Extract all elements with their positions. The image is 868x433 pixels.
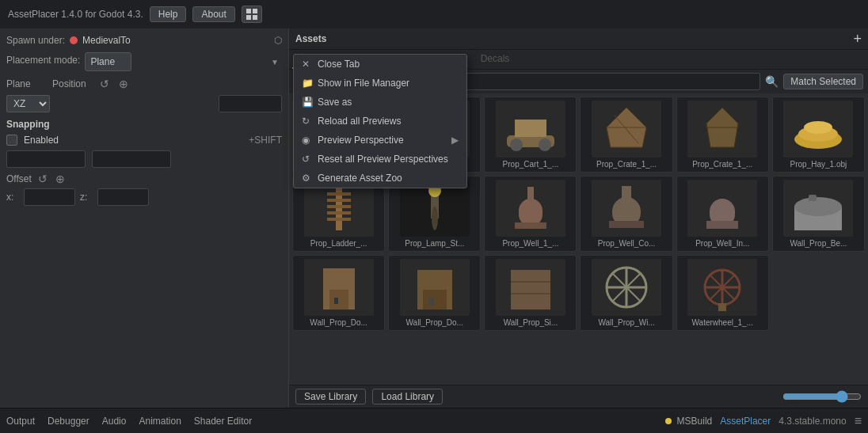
asset-label: Prop_Cart_1_... bbox=[488, 160, 573, 169]
asset-label: Wall_Prop_Si... bbox=[488, 318, 573, 327]
snapping-checkbox[interactable] bbox=[6, 135, 17, 146]
select-arrow-icon: ▼ bbox=[271, 58, 279, 66]
left-panel: Spawn under: MedievalTo ⬡ Placement mode… bbox=[0, 28, 289, 408]
svg-rect-32 bbox=[515, 222, 546, 229]
hamburger-icon[interactable]: ≡ bbox=[855, 414, 862, 428]
svg-rect-2 bbox=[246, 15, 251, 20]
msbuild-label[interactable]: MSBuild bbox=[677, 416, 713, 427]
z-coord-input[interactable]: 0 bbox=[97, 188, 149, 206]
layout-icon[interactable] bbox=[242, 6, 262, 23]
match-selected-button[interactable]: Match Selected bbox=[783, 74, 863, 89]
bottom-shader-editor[interactable]: Shader Editor bbox=[194, 416, 252, 427]
placement-select-wrapper: Plane ▼ bbox=[85, 52, 282, 71]
snap-value-2[interactable]: 0.1 bbox=[92, 150, 171, 168]
position-add-icon[interactable]: ⊕ bbox=[117, 78, 130, 90]
asset-thumbnail bbox=[400, 259, 470, 316]
asset-label: Prop_Crate_1_... bbox=[680, 160, 765, 169]
list-item[interactable]: Prop_Hay_1.obj bbox=[772, 97, 865, 173]
svg-point-30 bbox=[432, 207, 438, 230]
list-item[interactable]: Prop_Well_Co... bbox=[580, 176, 672, 252]
list-item[interactable]: Prop_Well_1_... bbox=[484, 176, 577, 252]
axis-select[interactable]: XZ bbox=[6, 95, 50, 112]
svg-rect-31 bbox=[519, 199, 542, 226]
bottom-debugger[interactable]: Debugger bbox=[48, 416, 89, 427]
offset-reset-icon[interactable]: ↺ bbox=[36, 173, 49, 185]
tab-decals: Decals bbox=[471, 50, 520, 69]
svg-point-21 bbox=[804, 121, 832, 134]
menu-item-show-file-manager[interactable]: 📁 Show in File Manager bbox=[294, 74, 466, 93]
menu-item-reset-perspectives[interactable]: ↺ Reset all Preview Perspectives bbox=[294, 150, 466, 169]
axis-value-input[interactable]: 0 bbox=[219, 95, 282, 112]
svg-rect-23 bbox=[327, 192, 351, 196]
svg-rect-25 bbox=[327, 205, 351, 208]
spawn-label: Spawn under: bbox=[6, 35, 65, 46]
snap-value-1[interactable]: 1 bbox=[6, 150, 86, 168]
spawn-select-icon[interactable]: ⬡ bbox=[274, 35, 282, 46]
bottom-audio[interactable]: Audio bbox=[102, 416, 127, 427]
bottom-output[interactable]: Output bbox=[6, 416, 35, 427]
list-item[interactable]: Waterwheel_1_... bbox=[676, 255, 769, 331]
menu-item-close-tab[interactable]: ✕ Close Tab bbox=[294, 55, 466, 74]
list-item[interactable]: Prop_Well_In... bbox=[676, 176, 769, 252]
about-button[interactable]: About bbox=[192, 6, 234, 22]
search-icon[interactable]: 🔍 bbox=[765, 75, 779, 88]
asset-label: Prop_Well_1_... bbox=[488, 239, 573, 248]
list-item[interactable]: Wall_Prop_Be... bbox=[772, 176, 865, 252]
list-item[interactable]: Wall_Prop_Do... bbox=[292, 255, 385, 331]
asset-label: Prop_Crate_1_... bbox=[584, 160, 668, 169]
list-item[interactable]: Wall_Prop_Si... bbox=[484, 255, 577, 331]
menu-item-generate-zoo[interactable]: ⚙ Generate Asset Zoo bbox=[294, 169, 466, 188]
snapping-title: Snapping bbox=[6, 119, 50, 130]
version-label: 4.3.stable.mono bbox=[779, 416, 846, 427]
position-label: Position bbox=[52, 78, 92, 89]
close-tab-icon: ✕ bbox=[302, 59, 313, 70]
bottom-animation[interactable]: Animation bbox=[139, 416, 181, 427]
list-item[interactable]: Prop_Cart_1_... bbox=[484, 97, 577, 173]
spawn-value: MedievalTo bbox=[82, 35, 131, 46]
help-button[interactable]: Help bbox=[150, 6, 187, 22]
list-item[interactable]: Prop_Crate_1_... bbox=[580, 97, 672, 173]
gear-icon: ⚙ bbox=[302, 173, 313, 184]
load-library-button[interactable]: Load Library bbox=[372, 389, 443, 405]
msbuild-dot bbox=[665, 418, 672, 424]
position-reset-icon[interactable]: ↺ bbox=[98, 78, 111, 90]
list-item[interactable]: Wall_Prop_Wi... bbox=[580, 255, 672, 331]
menu-item-label: Preview Perspective bbox=[318, 135, 404, 146]
save-icon: 💾 bbox=[302, 97, 313, 108]
assetplacer-label[interactable]: AssetPlacer bbox=[720, 416, 771, 427]
menu-item-preview-perspective[interactable]: ◉ Preview Perspective ▶ bbox=[294, 131, 466, 150]
asset-thumbnail bbox=[496, 259, 565, 316]
save-library-button[interactable]: Save Library bbox=[295, 389, 366, 405]
menu-item-save-as[interactable]: 💾 Save as bbox=[294, 93, 466, 112]
list-item[interactable]: Prop_Crate_1_... bbox=[676, 97, 769, 173]
asset-thumbnail bbox=[592, 259, 661, 316]
menu-item-label: Save as bbox=[318, 97, 352, 108]
asset-thumbnail bbox=[496, 180, 565, 237]
x-coord-input[interactable]: 0 bbox=[24, 188, 75, 206]
svg-rect-3 bbox=[253, 15, 257, 20]
app-title: AssetPlacer 1.4.0 for Godot 4.3. bbox=[8, 9, 143, 20]
svg-rect-35 bbox=[609, 221, 644, 228]
asset-label: Prop_Hay_1.obj bbox=[776, 160, 861, 169]
zoom-slider[interactable] bbox=[782, 390, 862, 403]
assets-title: Assets bbox=[295, 33, 326, 44]
bottom-bar: Output Debugger Audio Animation Shader E… bbox=[0, 408, 868, 433]
svg-rect-27 bbox=[327, 218, 351, 221]
add-tab-button[interactable]: + bbox=[853, 32, 862, 46]
svg-rect-38 bbox=[706, 221, 738, 229]
svg-rect-46 bbox=[423, 290, 447, 310]
offset-add-icon[interactable]: ⊕ bbox=[54, 173, 67, 185]
list-item[interactable]: Wall_Prop_Do... bbox=[388, 255, 481, 331]
asset-thumbnail bbox=[304, 259, 374, 316]
snapping-header: Snapping bbox=[6, 119, 282, 130]
placement-select[interactable]: Plane bbox=[85, 52, 131, 71]
offset-row: Offset ↺ ⊕ bbox=[6, 173, 282, 185]
perspective-icon: ◉ bbox=[302, 135, 313, 146]
svg-point-12 bbox=[539, 139, 551, 151]
menu-item-reload-previews[interactable]: ↻ Reload all Previews bbox=[294, 112, 466, 131]
snap-values-row: 1 0.1 bbox=[6, 150, 282, 168]
folder-icon: 📁 bbox=[302, 78, 313, 89]
asset-thumbnail bbox=[687, 180, 757, 237]
asset-thumbnail bbox=[687, 101, 757, 158]
svg-rect-48 bbox=[511, 270, 550, 310]
